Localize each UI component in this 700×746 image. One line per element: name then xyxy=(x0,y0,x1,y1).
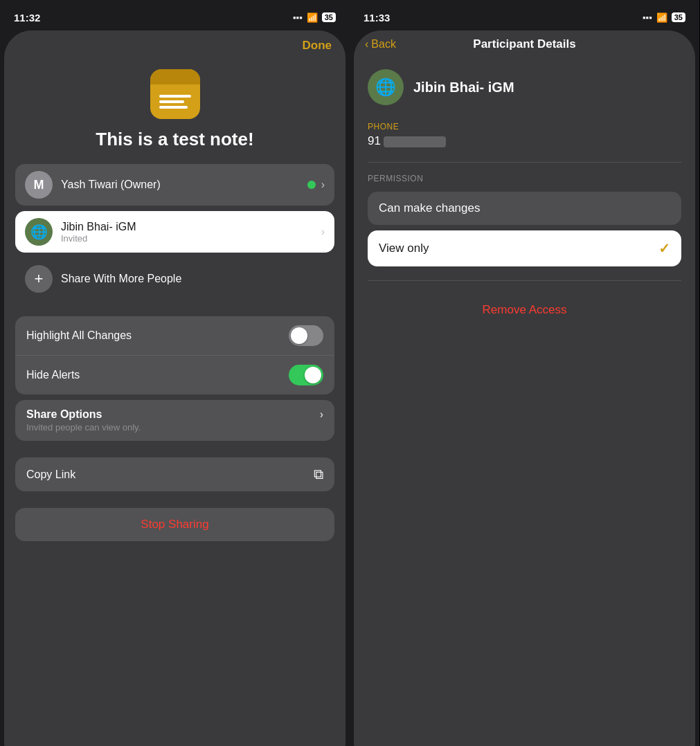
toggle-knob-highlight xyxy=(291,327,307,344)
perm-view-only-label: View only xyxy=(379,242,429,255)
owner-active-dot xyxy=(307,181,316,189)
jibin-avatar: 🌐 xyxy=(25,218,53,246)
share-options-section[interactable]: Share Options › Invited people can view … xyxy=(15,400,334,441)
highlight-changes-label: Highlight All Changes xyxy=(26,329,132,342)
plus-icon: + xyxy=(25,265,53,293)
right-status-bar: 11:33 ▪▪▪ 📶 35 xyxy=(350,0,699,30)
jibin-row[interactable]: 🌐 Jibin Bhai- iGM Invited › xyxy=(15,211,334,253)
phone-blur xyxy=(384,136,446,147)
jibin-chevron: › xyxy=(321,226,325,238)
back-label: Back xyxy=(371,38,396,51)
jibin-name: Jibin Bhai- iGM xyxy=(61,221,321,233)
owner-name: Yash Tiwari (Owner) xyxy=(61,179,307,191)
note-line-3 xyxy=(159,106,188,109)
permission-section: PERMISSION Can make changes View only ✓ xyxy=(368,174,681,266)
participant-detail-avatar: 🌐 xyxy=(368,69,404,105)
note-icon-wrap xyxy=(4,55,345,129)
share-options-chevron: › xyxy=(320,408,323,421)
owner-avatar: M xyxy=(25,171,53,199)
right-nav: ‹ Back Participant Details xyxy=(354,30,695,58)
right-signal-icon: ▪▪▪ xyxy=(643,12,652,23)
phone-label: Phone xyxy=(368,122,681,131)
share-options-title-text: Share Options xyxy=(26,408,102,421)
perm-view-only[interactable]: View only ✓ xyxy=(368,230,681,266)
right-screen: ‹ Back Participant Details 🌐 Jibin Bhai-… xyxy=(354,30,695,746)
note-line-2 xyxy=(159,100,185,103)
copy-link-row[interactable]: Copy Link ⧉ xyxy=(15,457,334,491)
settings-section: Highlight All Changes Hide Alerts xyxy=(15,316,334,394)
share-more-button[interactable]: + Share With More People xyxy=(15,258,334,300)
participant-detail-header: 🌐 Jibin Bhai- iGM xyxy=(368,69,681,105)
left-screen: Done This is a test note! M Yash Tiwari … xyxy=(4,30,345,746)
left-status-bar: 11:32 ▪▪▪ 📶 35 xyxy=(0,0,350,30)
left-battery: 35 xyxy=(322,12,336,22)
right-time: 11:33 xyxy=(364,12,390,24)
section-divider-2 xyxy=(368,280,681,281)
left-phone: 11:32 ▪▪▪ 📶 35 Done This is a test note! xyxy=(0,0,350,746)
done-button[interactable]: Done xyxy=(303,39,332,53)
right-phone: 11:33 ▪▪▪ 📶 35 ‹ Back Participant Detail… xyxy=(350,0,699,746)
permission-label: PERMISSION xyxy=(368,174,681,183)
phone-prefix: 91 xyxy=(368,134,381,147)
perm-make-changes[interactable]: Can make changes xyxy=(368,192,681,225)
left-wifi-icon: 📶 xyxy=(307,12,318,23)
jibin-info: Jibin Bhai- iGM Invited xyxy=(61,221,321,244)
share-options-title: Share Options › xyxy=(26,408,323,421)
right-wifi-icon: 📶 xyxy=(656,12,667,23)
hide-alerts-toggle[interactable] xyxy=(289,365,323,385)
phone-section: Phone 91 xyxy=(368,122,681,148)
copy-icon: ⧉ xyxy=(314,466,323,482)
right-content: 🌐 Jibin Bhai- iGM Phone 91 PERMISSION Ca… xyxy=(354,58,695,339)
nav-title: Participant Details xyxy=(473,37,575,51)
left-time: 11:32 xyxy=(14,12,40,24)
owner-chevron: › xyxy=(321,179,325,191)
copy-link-section[interactable]: Copy Link ⧉ xyxy=(15,457,334,491)
right-battery: 35 xyxy=(672,12,685,22)
share-more-label: Share With More People xyxy=(61,273,181,285)
perm-make-changes-label: Can make changes xyxy=(379,201,480,215)
section-divider xyxy=(368,162,681,163)
share-options-row[interactable]: Share Options › Invited people can view … xyxy=(15,400,334,441)
hide-alerts-row[interactable]: Hide Alerts xyxy=(15,355,334,394)
note-title: This is a test note! xyxy=(15,129,334,150)
back-button[interactable]: ‹ Back xyxy=(365,38,396,51)
owner-info: Yash Tiwari (Owner) xyxy=(61,179,307,191)
toggle-knob-alerts xyxy=(305,367,321,383)
remove-access-button[interactable]: Remove Access xyxy=(368,292,681,328)
stop-sharing-button[interactable]: Stop Sharing xyxy=(15,508,334,541)
back-chevron-icon: ‹ xyxy=(365,38,368,51)
highlight-changes-row[interactable]: Highlight All Changes xyxy=(15,316,334,355)
note-line-1 xyxy=(159,95,191,98)
left-signal-icon: ▪▪▪ xyxy=(293,12,303,23)
share-options-sub: Invited people can view only. xyxy=(26,422,323,433)
checkmark-icon: ✓ xyxy=(658,240,670,257)
participant-detail-name: Jibin Bhai- iGM xyxy=(413,80,514,95)
highlight-toggle[interactable] xyxy=(289,325,323,346)
hide-alerts-label: Hide Alerts xyxy=(26,369,80,381)
copy-link-label: Copy Link xyxy=(26,468,75,481)
phone-value: 91 xyxy=(368,134,681,148)
jibin-sub: Invited xyxy=(61,233,321,244)
owner-row[interactable]: M Yash Tiwari (Owner) › xyxy=(15,164,334,206)
note-icon xyxy=(150,69,200,119)
